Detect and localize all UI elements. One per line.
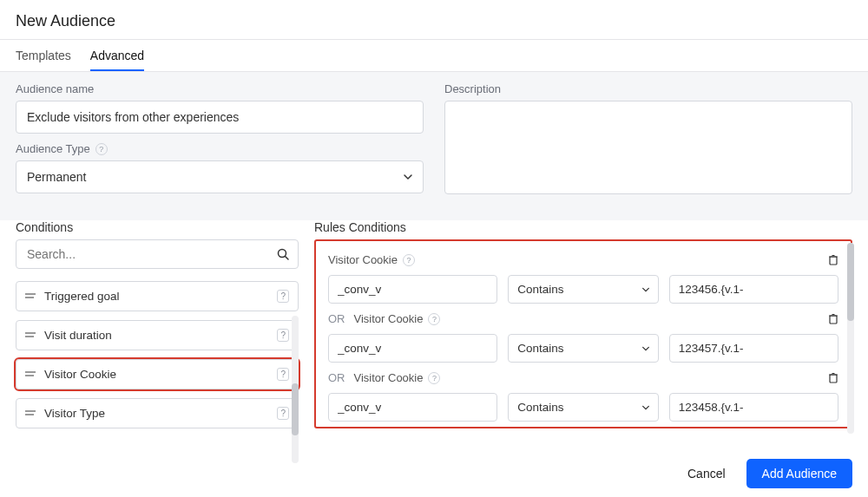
operator-select[interactable]: Contains [508,393,658,422]
tabs: Templates Advanced [0,40,868,72]
condition-label: Visitor Type [44,407,105,420]
conditions-search-input[interactable] [16,239,299,269]
rule-group-label: Visitor Cookie [354,371,424,384]
or-label: OR [328,312,345,325]
page-title: New Audience [0,0,868,39]
presets-icon [25,370,37,379]
svg-rect-10 [830,257,837,265]
presets-icon [25,331,37,340]
operator-select[interactable]: Contains [508,334,658,363]
help-icon[interactable]: ? [95,143,108,155]
cookie-name-input[interactable] [328,334,497,363]
audience-type-select[interactable]: Permanent [16,160,424,193]
rule-group-label: Visitor Cookie [354,312,424,325]
conditions-scrollbar[interactable] [292,316,299,463]
conditions-title: Conditions [16,220,299,234]
condition-label: Visitor Cookie [44,368,116,381]
tab-advanced[interactable]: Advanced [90,49,144,71]
rules-box: Visitor Cookie?ContainsORVisitor Cookie?… [314,239,852,428]
condition-item[interactable]: Visit duration? [16,320,299,350]
tab-templates[interactable]: Templates [16,49,71,71]
cookie-name-input[interactable] [328,275,497,304]
rules-scrollbar[interactable] [847,243,854,434]
condition-item[interactable]: Triggered goal? [16,281,299,311]
rule-row: Contains [328,393,838,422]
operator-select[interactable]: Contains [508,275,658,304]
cookie-value-input[interactable] [669,275,838,304]
cookie-value-input[interactable] [669,393,838,422]
cookie-name-input[interactable] [328,393,497,422]
condition-label: Triggered goal [44,290,120,303]
svg-rect-13 [830,316,837,324]
presets-icon [25,292,37,301]
help-icon[interactable]: ? [428,372,440,384]
help-icon[interactable]: ? [403,254,415,266]
trash-icon[interactable] [828,313,838,324]
condition-item[interactable]: Visitor Type? [16,398,299,428]
add-audience-button[interactable]: Add Audience [746,459,852,488]
add-condition-icon[interactable]: ? [277,329,289,342]
audience-name-input[interactable] [16,101,424,134]
add-condition-icon[interactable]: ? [277,290,289,303]
form-area: Audience name Audience Type ? Permanent … [0,72,868,220]
add-condition-icon[interactable]: ? [277,407,289,420]
rule-row: Contains [328,275,838,304]
svg-rect-16 [830,375,837,383]
trash-icon[interactable] [828,254,838,265]
add-condition-icon[interactable]: ? [277,368,289,381]
help-icon[interactable]: ? [428,313,440,325]
description-textarea[interactable] [444,101,852,194]
cookie-value-input[interactable] [669,334,838,363]
audience-type-label: Audience Type ? [16,142,424,155]
cancel-button[interactable]: Cancel [682,460,731,487]
search-icon [276,247,290,261]
description-label: Description [444,82,852,95]
trash-icon[interactable] [828,372,838,383]
rule-row: Contains [328,334,838,363]
condition-item[interactable]: Visitor Cookie? [16,359,299,389]
audience-name-label: Audience name [16,82,424,95]
rule-group-label: Visitor Cookie [328,253,398,266]
presets-icon [25,409,37,418]
condition-label: Visit duration [44,329,112,342]
rules-title: Rules Conditions [314,220,852,234]
or-label: OR [328,371,345,384]
svg-line-1 [286,257,289,260]
